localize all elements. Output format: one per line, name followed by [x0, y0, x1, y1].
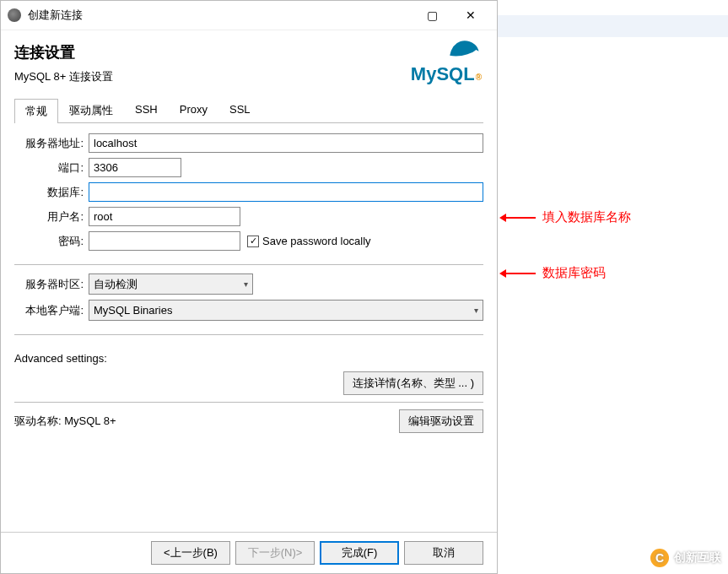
footer: <上一步(B) 下一步(N)> 完成(F) 取消	[1, 532, 497, 573]
dialog-window: 创建新连接 ▢ ✕ MySQL® 连接设置 MySQL 8+ 连接设置 常规 驱…	[0, 0, 498, 574]
next-button: 下一步(N)>	[235, 541, 315, 565]
cancel-button[interactable]: 取消	[404, 541, 483, 565]
watermark: C 创新互联	[650, 549, 721, 567]
port-label: 端口:	[14, 160, 89, 176]
tab-general[interactable]: 常规	[14, 99, 58, 123]
save-password-label: Save password locally	[262, 235, 371, 247]
close-button[interactable]: ✕	[451, 3, 490, 28]
database-label: 数据库:	[14, 185, 89, 200]
username-label: 用户名:	[14, 209, 89, 225]
tab-proxy[interactable]: Proxy	[169, 98, 218, 122]
tabs: 常规 驱动属性 SSH Proxy SSL	[14, 98, 483, 123]
timezone-label: 服务器时区:	[14, 277, 89, 292]
annotation-password: 数据库密码	[502, 265, 606, 281]
maximize-button[interactable]: ▢	[413, 3, 451, 28]
tab-ssl[interactable]: SSL	[218, 98, 262, 122]
annotation-database: 填入数据库名称	[502, 209, 631, 225]
chevron-down-icon: ▾	[474, 306, 478, 315]
driver-name-label: 驱动名称:	[14, 414, 62, 427]
checkbox-icon: ✓	[247, 236, 259, 247]
server-input[interactable]	[89, 133, 483, 153]
advanced-settings-label: Advanced settings:	[14, 352, 483, 365]
database-input[interactable]	[89, 182, 483, 202]
chevron-down-icon: ▾	[244, 279, 248, 289]
finish-button[interactable]: 完成(F)	[320, 541, 399, 565]
tab-ssh[interactable]: SSH	[124, 98, 169, 122]
connection-details-button[interactable]: 连接详情(名称、类型 ... )	[343, 371, 483, 395]
username-input[interactable]	[89, 207, 240, 226]
watermark-icon: C	[650, 549, 669, 567]
save-password-checkbox[interactable]: ✓ Save password locally	[247, 235, 371, 247]
tab-driver-props[interactable]: 驱动属性	[58, 98, 124, 122]
password-label: 密码:	[14, 234, 89, 249]
port-input[interactable]	[89, 158, 181, 177]
app-icon	[8, 8, 21, 22]
back-button[interactable]: <上一步(B)	[151, 541, 230, 565]
password-input[interactable]	[89, 231, 240, 251]
server-label: 服务器地址:	[14, 136, 89, 151]
edit-driver-button[interactable]: 编辑驱动设置	[399, 409, 483, 433]
client-select[interactable]: MySQL Binaries ▾	[89, 300, 483, 321]
content-area: MySQL® 连接设置 MySQL 8+ 连接设置 常规 驱动属性 SSH Pr…	[1, 30, 497, 532]
driver-name-value: MySQL 8+	[64, 414, 116, 427]
mysql-logo: MySQL®	[411, 35, 482, 85]
timezone-select[interactable]: 自动检测 ▾	[89, 273, 253, 295]
titlebar: 创建新连接 ▢ ✕	[1, 1, 497, 30]
client-label: 本地客户端:	[14, 303, 89, 318]
window-title: 创建新连接	[28, 8, 413, 23]
